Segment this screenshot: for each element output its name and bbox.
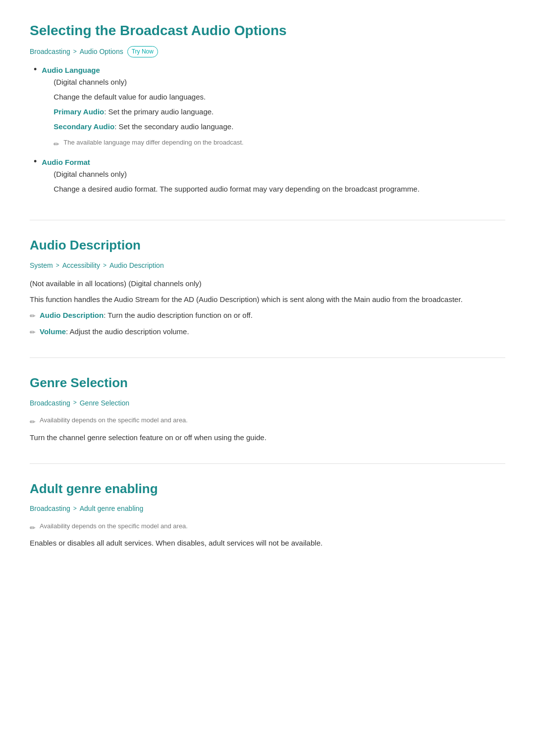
- section-adult-genre: Adult genre enabling Broadcasting > Adul…: [30, 479, 505, 549]
- audio-language-sub: (Digital channels only) Change the defau…: [54, 76, 243, 133]
- primary-audio-text: : Set the primary audio language.: [104, 107, 214, 116]
- section2-note-2: ✏ Volume: Adjust the audio description v…: [30, 326, 505, 338]
- section-audio-description: Audio Description System > Accessibility…: [30, 235, 505, 338]
- section4-note: Availability depends on the specific mod…: [40, 521, 188, 532]
- audio-language-link[interactable]: Audio Language: [42, 66, 100, 74]
- bullet-dot-2: •: [34, 155, 37, 168]
- section3-breadcrumb-part2[interactable]: Genre Selection: [80, 398, 129, 408]
- audio-description-note-link[interactable]: Audio Description: [40, 311, 104, 319]
- pencil-icon-3: ✏: [30, 327, 36, 338]
- secondary-audio-text: : Set the secondary audio language.: [114, 122, 233, 131]
- section1-breadcrumb-part1[interactable]: Broadcasting: [30, 46, 70, 57]
- section4-breadcrumb-sep1: >: [73, 504, 77, 513]
- audio-format-desc: Change a desired audio format. The suppo…: [54, 183, 420, 195]
- section4-line1: Enables or disables all adult services. …: [30, 537, 505, 549]
- audio-language-note-row: ✏ The available language may differ depe…: [54, 138, 243, 150]
- audio-language-secondary: Secondary Audio: Set the secondary audio…: [54, 121, 243, 133]
- section3-breadcrumb-part1[interactable]: Broadcasting: [30, 398, 70, 408]
- section2-note2-text: Volume: Adjust the audio description vol…: [40, 326, 189, 338]
- volume-note-link[interactable]: Volume: [40, 327, 66, 336]
- pencil-icon-2: ✏: [30, 310, 36, 321]
- section4-breadcrumb: Broadcasting > Adult genre enabling: [30, 503, 505, 514]
- divider-1: [30, 220, 505, 220]
- section4-title: Adult genre enabling: [30, 479, 505, 500]
- pencil-icon-4: ✏: [30, 416, 36, 427]
- section2-title: Audio Description: [30, 235, 505, 256]
- section1-breadcrumb: Broadcasting > Audio Options Try Now: [30, 46, 505, 57]
- volume-note-suffix: : Adjust the audio description volume.: [66, 327, 189, 336]
- section2-breadcrumb-part1[interactable]: System: [30, 260, 53, 271]
- section-genre-selection: Genre Selection Broadcasting > Genre Sel…: [30, 373, 505, 443]
- pencil-icon-5: ✏: [30, 522, 36, 533]
- section2-breadcrumb-part3[interactable]: Audio Description: [109, 260, 164, 271]
- list-item-audio-language: • Audio Language (Digital channels only)…: [34, 64, 505, 153]
- section4-breadcrumb-part1[interactable]: Broadcasting: [30, 503, 70, 514]
- section4-breadcrumb-part2[interactable]: Adult genre enabling: [80, 503, 143, 514]
- section1-breadcrumb-sep1: >: [73, 47, 77, 56]
- section3-line1: Turn the channel genre selection feature…: [30, 432, 505, 444]
- section1-breadcrumb-part2[interactable]: Audio Options: [80, 46, 123, 57]
- bullet-dot-1: •: [34, 63, 37, 76]
- audio-language-note1: (Digital channels only): [54, 76, 243, 88]
- divider-2: [30, 357, 505, 358]
- divider-3: [30, 463, 505, 464]
- section2-line2: This function handles the Audio Stream f…: [30, 294, 505, 305]
- audio-language-primary: Primary Audio: Set the primary audio lan…: [54, 106, 243, 118]
- section1-bullet-list: • Audio Language (Digital channels only)…: [34, 64, 505, 200]
- section2-note-1: ✏ Audio Description: Turn the audio desc…: [30, 309, 505, 321]
- section1-title: Selecting the Broadcast Audio Options: [30, 20, 505, 42]
- audio-description-note-suffix: : Turn the audio description function on…: [104, 311, 253, 319]
- section3-title: Genre Selection: [30, 373, 505, 394]
- section4-note-row: ✏ Availability depends on the specific m…: [30, 521, 505, 533]
- section3-note: Availability depends on the specific mod…: [40, 415, 188, 426]
- section2-note1-text: Audio Description: Turn the audio descri…: [40, 309, 253, 321]
- audio-format-note1: (Digital channels only): [54, 168, 420, 180]
- section-broadcast-audio-options: Selecting the Broadcast Audio Options Br…: [30, 20, 505, 200]
- secondary-audio-link[interactable]: Secondary Audio: [54, 122, 114, 131]
- pencil-icon-1: ✏: [54, 139, 59, 150]
- section2-line1: (Not available in all locations) (Digita…: [30, 278, 505, 290]
- audio-format-sub: (Digital channels only) Change a desired…: [54, 168, 420, 195]
- audio-language-desc: Change the default value for audio langu…: [54, 91, 243, 103]
- primary-audio-link[interactable]: Primary Audio: [54, 107, 104, 116]
- section3-breadcrumb: Broadcasting > Genre Selection: [30, 398, 505, 408]
- section2-breadcrumb-part2[interactable]: Accessibility: [62, 260, 100, 271]
- try-now-badge[interactable]: Try Now: [127, 46, 158, 57]
- list-item-audio-format: • Audio Format (Digital channels only) C…: [34, 156, 505, 200]
- audio-format-link[interactable]: Audio Format: [42, 158, 90, 166]
- section3-breadcrumb-sep1: >: [73, 398, 77, 407]
- section2-breadcrumb-sep2: >: [103, 261, 107, 270]
- section2-breadcrumb: System > Accessibility > Audio Descripti…: [30, 260, 505, 271]
- section3-note-row: ✏ Availability depends on the specific m…: [30, 415, 505, 427]
- audio-language-note: The available language may differ depend…: [63, 138, 243, 148]
- section2-breadcrumb-sep1: >: [56, 261, 59, 270]
